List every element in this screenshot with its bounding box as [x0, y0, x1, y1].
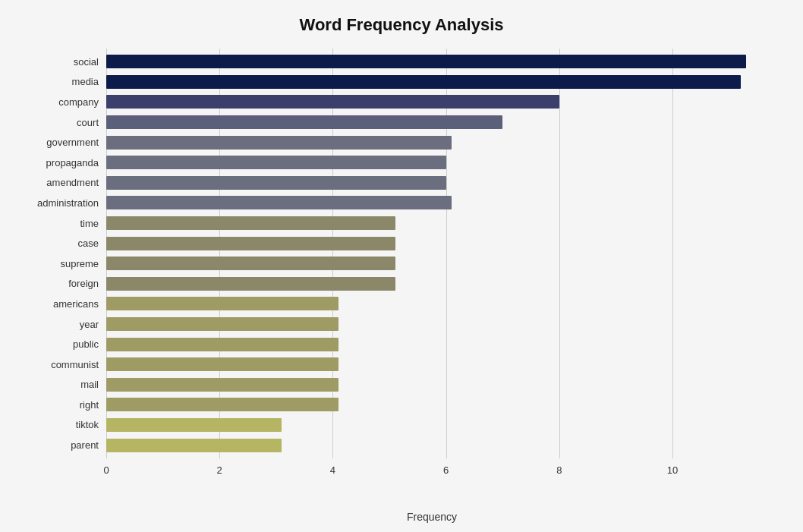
x-tick: 6 — [443, 464, 449, 476]
bar-label: amendment — [19, 177, 106, 188]
x-tick: 2 — [217, 464, 222, 476]
bar-label: company — [19, 96, 106, 108]
bar-row: social — [106, 52, 757, 71]
bar — [106, 136, 452, 150]
bar-row: supreme — [106, 254, 757, 272]
bar-row: case — [106, 235, 757, 253]
bar-row: propaganda — [106, 153, 757, 172]
bars-wrapper: socialmediacompanycourtgovernmentpropaga… — [106, 49, 757, 458]
bar-label: tiktok — [19, 419, 106, 430]
bar — [106, 156, 446, 169]
bar — [106, 338, 339, 351]
x-axis: 0246810 — [106, 458, 757, 489]
bar-row: tiktok — [106, 416, 757, 434]
bar-label: right — [19, 399, 106, 411]
bar-label: media — [19, 76, 106, 87]
bar-row: communist — [106, 355, 757, 373]
bar-label: public — [19, 338, 106, 350]
bar-row: americans — [106, 294, 757, 313]
chart-area: socialmediacompanycourtgovernmentpropaga… — [106, 49, 757, 489]
bar-label: time — [19, 218, 106, 229]
bar-label: social — [19, 56, 106, 68]
x-tick: 0 — [103, 464, 109, 476]
bar — [106, 237, 395, 250]
bar-label: communist — [19, 359, 106, 370]
bar-label: supreme — [19, 258, 106, 269]
bar-label: administration — [19, 197, 106, 209]
x-axis-label: Frequency — [407, 511, 457, 523]
bar-row: administration — [106, 194, 757, 212]
bar — [106, 95, 559, 109]
bar-row: media — [106, 73, 757, 91]
bar-row: public — [106, 335, 757, 354]
bar-row: court — [106, 113, 757, 131]
chart-title: Word Frequency Analysis — [46, 15, 757, 35]
bar-row: amendment — [106, 174, 757, 192]
bar-label: court — [19, 117, 106, 128]
bar-label: propaganda — [19, 157, 106, 168]
bar-row: parent — [106, 436, 757, 455]
bar-row: mail — [106, 376, 757, 394]
x-tick: 8 — [556, 464, 562, 476]
bar — [106, 196, 452, 209]
bar — [106, 357, 339, 371]
bar-label: americans — [19, 298, 106, 310]
bar — [106, 439, 282, 452]
bar — [106, 398, 339, 411]
bar — [106, 216, 395, 230]
bar-label: year — [19, 319, 106, 330]
bar — [106, 418, 282, 432]
bar-row: company — [106, 93, 757, 111]
bar-row: government — [106, 134, 757, 152]
bar-row: year — [106, 315, 757, 333]
bar — [106, 176, 446, 190]
bar — [106, 55, 746, 68]
bar — [106, 317, 339, 331]
bar — [106, 75, 741, 89]
bar-label: case — [19, 238, 106, 249]
bar — [106, 257, 395, 270]
bar-label: government — [19, 137, 106, 148]
bar-row: foreign — [106, 275, 757, 293]
bar-label: parent — [19, 439, 106, 451]
bar-label: mail — [19, 379, 106, 390]
bar-row: right — [106, 395, 757, 414]
chart-container: Word Frequency Analysis socialmediacompa… — [0, 0, 803, 532]
bar — [106, 277, 395, 291]
bar — [106, 297, 339, 310]
bar — [106, 378, 339, 392]
x-tick: 10 — [667, 464, 678, 476]
bar-label: foreign — [19, 278, 106, 289]
x-tick: 4 — [330, 464, 335, 476]
bar — [106, 115, 502, 129]
bar-row: time — [106, 214, 757, 232]
